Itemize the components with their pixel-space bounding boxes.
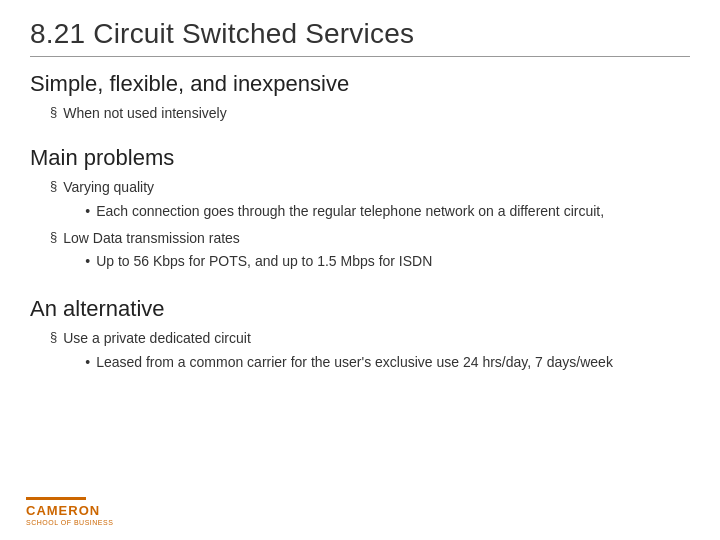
title-divider — [30, 56, 690, 57]
bullet-text: Varying quality Each connection goes thr… — [63, 177, 690, 224]
section-alternative-heading: An alternative — [30, 296, 690, 322]
bullet-text: Low Data transmission rates Up to 56 Kbp… — [63, 228, 690, 275]
sub-bullet-list: Leased from a common carrier for the use… — [63, 352, 690, 372]
sub-bullet-list: Each connection goes through the regular… — [63, 201, 690, 221]
bullet-text: Use a private dedicated circuit Leased f… — [63, 328, 690, 375]
section-problems: Main problems Varying quality Each conne… — [30, 145, 690, 278]
section-simple-bullets: When not used intensively — [30, 103, 690, 123]
section-simple-heading: Simple, flexible, and inexpensive — [30, 71, 690, 97]
section-problems-heading: Main problems — [30, 145, 690, 171]
list-item: Leased from a common carrier for the use… — [85, 352, 690, 372]
list-item: When not used intensively — [50, 103, 690, 123]
section-alternative-bullets: Use a private dedicated circuit Leased f… — [30, 328, 690, 375]
sub-bullet-text: Up to 56 Kbps for POTS, and up to 1.5 Mb… — [96, 251, 690, 271]
sub-bullet-text: Leased from a common carrier for the use… — [96, 352, 690, 372]
sub-bullet-text: Each connection goes through the regular… — [96, 201, 690, 221]
slide-container: 8.21 Circuit Switched Services Simple, f… — [0, 0, 720, 540]
bullet-text: When not used intensively — [63, 103, 690, 123]
list-item: Low Data transmission rates Up to 56 Kbp… — [50, 228, 690, 275]
list-item: Up to 56 Kbps for POTS, and up to 1.5 Mb… — [85, 251, 690, 271]
list-item: Use a private dedicated circuit Leased f… — [50, 328, 690, 375]
logo-area: CAMERON SCHOOL of BUSINESS — [26, 497, 113, 526]
logo-name: CAMERON — [26, 503, 100, 518]
content-area: Simple, flexible, and inexpensive When n… — [30, 71, 690, 520]
slide-title: 8.21 Circuit Switched Services — [30, 18, 690, 50]
list-item: Varying quality Each connection goes thr… — [50, 177, 690, 224]
sub-bullet-list: Up to 56 Kbps for POTS, and up to 1.5 Mb… — [63, 251, 690, 271]
section-problems-bullets: Varying quality Each connection goes thr… — [30, 177, 690, 274]
list-item: Each connection goes through the regular… — [85, 201, 690, 221]
logo-subtitle: SCHOOL of BUSINESS — [26, 519, 113, 526]
section-alternative: An alternative Use a private dedicated c… — [30, 296, 690, 379]
logo-bar — [26, 497, 86, 500]
section-simple: Simple, flexible, and inexpensive When n… — [30, 71, 690, 127]
